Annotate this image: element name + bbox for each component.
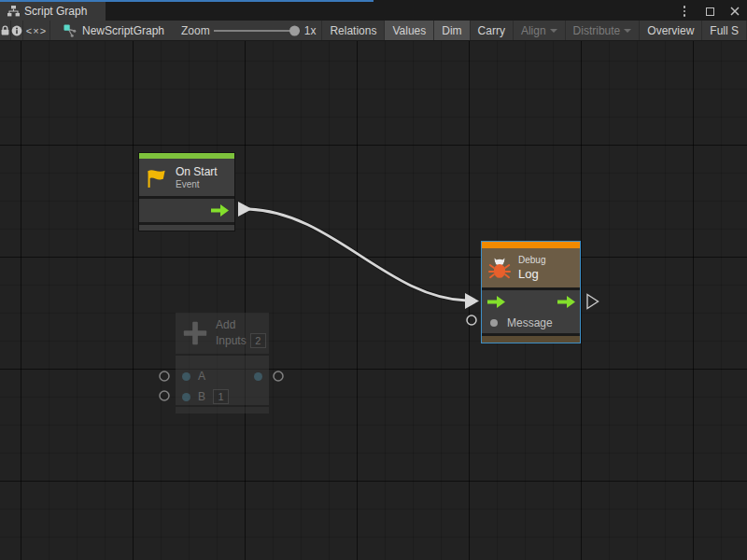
node-title: On Start bbox=[176, 165, 218, 178]
port-b-label: B bbox=[198, 390, 205, 403]
zoom-label: Zoom bbox=[174, 21, 214, 40]
inputs-field-label: Inputs bbox=[216, 334, 247, 347]
script-graph-window: Script Graph bbox=[0, 0, 747, 560]
lock-button[interactable] bbox=[0, 21, 11, 40]
add-output-outer-ring bbox=[274, 371, 283, 381]
info-button[interactable] bbox=[11, 21, 23, 40]
inputs-count-field[interactable]: 2 bbox=[250, 333, 266, 348]
add-ports: A B 1 bbox=[176, 354, 269, 405]
zoom-slider-handle[interactable] bbox=[289, 25, 300, 35]
exec-output-port-icon[interactable] bbox=[557, 296, 575, 308]
flag-icon bbox=[145, 166, 168, 189]
chevron-down-icon bbox=[624, 29, 631, 33]
debug-log-footer bbox=[482, 333, 580, 343]
node-on-start[interactable]: On Start Event bbox=[138, 152, 235, 231]
graph-canvas[interactable]: On Start Event bbox=[0, 41, 747, 560]
menu-icon[interactable] bbox=[678, 4, 691, 19]
node-title: Add bbox=[216, 318, 266, 331]
exec-input-port-icon[interactable] bbox=[487, 296, 505, 308]
code-toggle-icon: <×> bbox=[26, 25, 47, 36]
fullscreen-button[interactable]: Full S bbox=[702, 21, 747, 40]
align-button[interactable]: Align bbox=[514, 21, 566, 40]
dim-label: Dim bbox=[442, 24, 461, 37]
dim-button[interactable]: Dim bbox=[434, 21, 470, 40]
add-port-b-outer-ring bbox=[160, 391, 169, 400]
value-port-b[interactable] bbox=[182, 393, 190, 401]
tab-title: Script Graph bbox=[24, 5, 87, 18]
exec-connection-wire bbox=[248, 209, 467, 301]
debug-output-hollow-arrow bbox=[587, 295, 599, 309]
message-port-label: Message bbox=[507, 316, 553, 329]
zoom-slider-track bbox=[214, 30, 300, 32]
relations-button[interactable]: Relations bbox=[322, 21, 385, 40]
connection-start-arrow bbox=[238, 202, 252, 217]
code-toggle-button[interactable]: <×> bbox=[23, 21, 50, 40]
hierarchy-icon bbox=[7, 6, 20, 17]
node-subtitle: Event bbox=[176, 179, 218, 189]
zoom-slider[interactable] bbox=[214, 21, 300, 40]
port-b-value-field[interactable]: 1 bbox=[213, 389, 229, 404]
connection-end-arrow bbox=[465, 293, 479, 309]
connection-layer bbox=[0, 41, 747, 560]
values-button[interactable]: Values bbox=[385, 21, 434, 40]
chevron-down-icon bbox=[550, 29, 557, 33]
lock-icon bbox=[0, 24, 10, 36]
zoom-value: 1x bbox=[300, 21, 323, 40]
message-port-outer-ring bbox=[467, 315, 476, 325]
tab-bar: Script Graph bbox=[0, 0, 747, 21]
node-title: Log bbox=[518, 267, 545, 281]
on-start-ports bbox=[139, 196, 234, 222]
maximize-icon[interactable] bbox=[703, 4, 716, 19]
relations-label: Relations bbox=[330, 24, 376, 37]
overview-label: Overview bbox=[647, 24, 694, 37]
values-label: Values bbox=[392, 24, 426, 37]
distribute-button[interactable]: Distribute bbox=[566, 21, 641, 40]
value-output-port[interactable] bbox=[254, 372, 262, 381]
exec-output-port-icon[interactable] bbox=[211, 204, 229, 217]
close-icon[interactable] bbox=[728, 4, 741, 19]
value-port-a[interactable] bbox=[182, 372, 190, 381]
carry-button[interactable]: Carry bbox=[471, 21, 514, 40]
node-category: Debug bbox=[518, 255, 545, 265]
carry-label: Carry bbox=[478, 24, 505, 37]
add-header: Add Inputs 2 bbox=[176, 313, 269, 354]
debug-log-ports: Message bbox=[482, 287, 580, 333]
on-start-header: On Start Event bbox=[139, 159, 234, 196]
plus-icon bbox=[181, 319, 209, 347]
window-controls bbox=[678, 2, 741, 21]
graph-toolbar: <×> NewScriptGraph Zoom 1x Relations Val… bbox=[0, 21, 747, 41]
message-value-port[interactable] bbox=[490, 319, 498, 327]
info-icon bbox=[11, 25, 22, 36]
on-start-footer bbox=[139, 222, 234, 231]
overview-button[interactable]: Overview bbox=[640, 21, 702, 40]
distribute-label: Distribute bbox=[573, 24, 621, 37]
fullscreen-label: Full S bbox=[710, 24, 739, 37]
port-a-label: A bbox=[198, 370, 205, 383]
debug-log-header: Debug Log bbox=[482, 248, 580, 287]
graph-name-button[interactable]: NewScriptGraph bbox=[50, 21, 174, 40]
align-label: Align bbox=[521, 24, 546, 37]
tab-script-graph[interactable]: Script Graph bbox=[0, 2, 106, 21]
bug-icon bbox=[488, 257, 511, 279]
add-port-a-outer-ring bbox=[160, 371, 169, 381]
node-debug-log[interactable]: Debug Log bbox=[481, 241, 581, 343]
node-add[interactable]: Add Inputs 2 A B 1 bbox=[176, 313, 269, 413]
graph-name-label: NewScriptGraph bbox=[82, 24, 164, 37]
graph-asset-icon bbox=[63, 24, 77, 37]
debug-accent-bar bbox=[482, 242, 580, 248]
